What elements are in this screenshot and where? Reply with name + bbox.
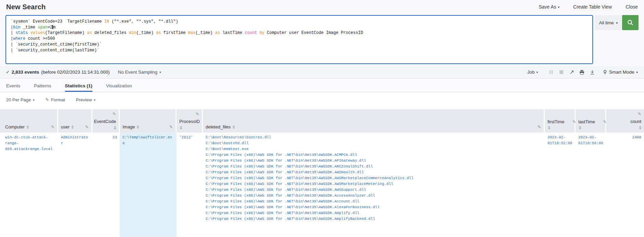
header-actions: Save As ▾ Create Table View Close bbox=[539, 4, 638, 10]
per-page-label: 20 Per Page bbox=[6, 97, 31, 102]
sort-icon[interactable] bbox=[180, 126, 199, 129]
format-button[interactable]: ✎ Format bbox=[46, 97, 65, 102]
sort-icon[interactable] bbox=[548, 126, 572, 129]
search-button[interactable] bbox=[622, 15, 639, 30]
edit-column-icon[interactable]: ✎ bbox=[196, 112, 199, 116]
pause-button[interactable] bbox=[546, 68, 556, 76]
edit-column-icon[interactable]: ✎ bbox=[538, 125, 541, 129]
download-icon bbox=[590, 70, 595, 75]
edit-column-icon[interactable]: ✎ bbox=[51, 125, 54, 129]
time-range-picker[interactable]: All time ▾ bbox=[595, 15, 622, 30]
deleted-files-list: C:\Boot\Resources\bootres.dllC:\Boot\boo… bbox=[206, 135, 542, 222]
cell-deleted-files: C:\Boot\Resources\bootres.dllC:\Boot\boo… bbox=[203, 133, 545, 237]
page-title: New Search bbox=[6, 3, 46, 11]
deleted-file-path[interactable]: C:\Program Files (x86)\AWS SDK for .NET\… bbox=[206, 210, 542, 216]
results-tabs: Events Patterns Statistics (1) Visualiza… bbox=[0, 78, 644, 92]
cell-count[interactable]: 2498 bbox=[606, 133, 644, 237]
deleted-file-path[interactable]: C:\Program Files (x86)\AWS SDK for .NET\… bbox=[206, 193, 542, 199]
column-header-processid: ✎ ProcessID bbox=[177, 109, 203, 133]
export-button[interactable] bbox=[587, 68, 597, 76]
deleted-file-path[interactable]: C:\Program Files (x86)\AWS SDK for .NET\… bbox=[206, 152, 542, 158]
statistics-table: Computer ✎ user ✎ ✎ EventCode Im bbox=[0, 109, 644, 237]
tab-statistics[interactable]: Statistics (1) bbox=[65, 83, 92, 92]
preview-dropdown[interactable]: Preview ▾ bbox=[76, 97, 95, 102]
success-check-icon: ✓ bbox=[6, 70, 10, 75]
query-line: `sysmon` EventCode=23 TargetFilename IN … bbox=[11, 19, 588, 25]
cell-user[interactable]: Administrator bbox=[58, 133, 92, 237]
share-button[interactable] bbox=[567, 68, 577, 76]
save-as-button[interactable]: Save As ▾ bbox=[539, 4, 559, 10]
column-label: user bbox=[61, 124, 69, 129]
sort-icon[interactable] bbox=[233, 125, 235, 129]
cell-eventcode[interactable]: 23 bbox=[92, 133, 120, 237]
column-header-deleted-files: deleted_files ✎ bbox=[203, 109, 545, 133]
query-line: | stats values(TargetFilename) as delete… bbox=[11, 30, 588, 36]
per-page-dropdown[interactable]: 20 Per Page ▾ bbox=[6, 97, 35, 102]
cell-firsttime[interactable]: 2023-02-01T10:52:00 bbox=[545, 133, 576, 237]
print-icon bbox=[579, 70, 584, 75]
deleted-file-path[interactable]: C:\Boot\Resources\bootres.dll bbox=[206, 135, 542, 140]
deleted-file-path[interactable]: C:\Program Files (x86)\AWS SDK for .NET\… bbox=[206, 181, 542, 187]
event-time-qualifier: (before 02/02/2023 11:14:31.000) bbox=[41, 70, 110, 75]
sort-icon[interactable] bbox=[114, 126, 116, 129]
event-count: 2,833 events bbox=[12, 70, 39, 75]
column-label: Image bbox=[123, 124, 135, 129]
splunk-search-app: New Search Save As ▾ Create Table View C… bbox=[0, 0, 644, 237]
job-menu-label: Job bbox=[527, 70, 535, 75]
job-status-left: ✓ 2,833 events (before 02/02/2023 11:14:… bbox=[6, 70, 161, 75]
print-button[interactable] bbox=[577, 68, 587, 76]
share-icon bbox=[569, 70, 574, 75]
column-label: ProcessID bbox=[179, 119, 199, 124]
event-sampling-dropdown[interactable]: No Event Sampling ▾ bbox=[118, 70, 161, 75]
preview-label: Preview bbox=[76, 97, 92, 102]
stop-icon bbox=[559, 70, 563, 74]
tab-patterns[interactable]: Patterns bbox=[34, 83, 51, 92]
search-input[interactable]: `sysmon` EventCode=23 TargetFilename IN … bbox=[5, 15, 593, 64]
edit-column-icon[interactable]: ✎ bbox=[169, 125, 173, 129]
deleted-file-path[interactable]: C:\Program Files (x86)\AWS SDK for .NET\… bbox=[206, 175, 542, 181]
sort-icon[interactable] bbox=[639, 126, 641, 129]
cell-lasttime[interactable]: 2023-02-01T10:56:00 bbox=[576, 133, 606, 237]
deleted-file-path[interactable]: C:\Program Files (x86)\AWS SDK for .NET\… bbox=[206, 170, 542, 175]
deleted-file-path[interactable]: C:\Program Files (x86)\AWS SDK for .NET\… bbox=[206, 204, 542, 210]
edit-column-icon[interactable]: ✎ bbox=[85, 125, 89, 129]
cell-processid[interactable]: '2612' bbox=[177, 133, 203, 237]
column-label: Computer bbox=[5, 124, 25, 129]
deleted-file-path[interactable]: C:\Boot\memtest.exe bbox=[206, 146, 542, 152]
deleted-file-path[interactable]: C:\Boot\bootvhd.dll bbox=[206, 140, 542, 146]
sort-icon[interactable] bbox=[579, 126, 603, 129]
deleted-file-path[interactable]: C:\Program Files (x86)\AWS SDK for .NET\… bbox=[206, 199, 542, 204]
job-status-bar: ✓ 2,833 events (before 02/02/2023 11:14:… bbox=[0, 66, 644, 78]
job-menu[interactable]: Job ▾ bbox=[527, 70, 538, 75]
sort-icon[interactable] bbox=[72, 125, 74, 129]
chevron-down-icon: ▾ bbox=[616, 22, 618, 25]
deleted-file-path[interactable]: C:\Program Files (x86)\AWS SDK for .NET\… bbox=[206, 158, 542, 164]
cell-computer[interactable]: win-dc-ctus-attack-range-865.attackrange… bbox=[0, 133, 58, 237]
query-line: |where count >=500 bbox=[11, 36, 588, 42]
search-mode-selector[interactable]: Smart Mode ▾ bbox=[603, 70, 638, 75]
tab-visualization[interactable]: Visualization bbox=[106, 83, 132, 92]
save-as-label: Save As bbox=[539, 4, 556, 10]
cell-image[interactable]: C:\Temp\swiftslicer.exe bbox=[120, 133, 177, 237]
sort-icon[interactable] bbox=[27, 125, 29, 129]
close-button[interactable]: Close bbox=[626, 4, 638, 10]
pause-icon bbox=[550, 70, 553, 74]
column-header-computer: Computer ✎ bbox=[0, 109, 58, 133]
stop-button[interactable] bbox=[556, 68, 567, 76]
deleted-file-path[interactable]: C:\Program Files (x86)\AWS SDK for .NET\… bbox=[206, 164, 542, 170]
column-header-count: ✎ count bbox=[606, 109, 644, 133]
edit-column-icon[interactable]: ✎ bbox=[113, 112, 116, 116]
search-icon bbox=[627, 19, 634, 26]
deleted-file-path[interactable]: C:\Program Files (x86)\AWS SDK for .NET\… bbox=[206, 216, 542, 222]
table-header: Computer ✎ user ✎ ✎ EventCode Im bbox=[0, 109, 644, 133]
edit-column-icon[interactable]: ✎ bbox=[638, 112, 641, 116]
tab-events[interactable]: Events bbox=[6, 83, 20, 92]
column-label: firstTime bbox=[548, 119, 564, 124]
column-label: count bbox=[630, 119, 641, 124]
sort-icon[interactable] bbox=[137, 125, 139, 129]
deleted-file-path[interactable]: C:\Program Files (x86)\AWS SDK for .NET\… bbox=[206, 187, 542, 193]
format-label: Format bbox=[51, 97, 65, 102]
create-table-view-button[interactable]: Create Table View bbox=[573, 4, 612, 10]
search-mode-label: Smart Mode bbox=[609, 70, 634, 75]
column-header-lasttime: lastTime ✎ bbox=[576, 109, 606, 133]
